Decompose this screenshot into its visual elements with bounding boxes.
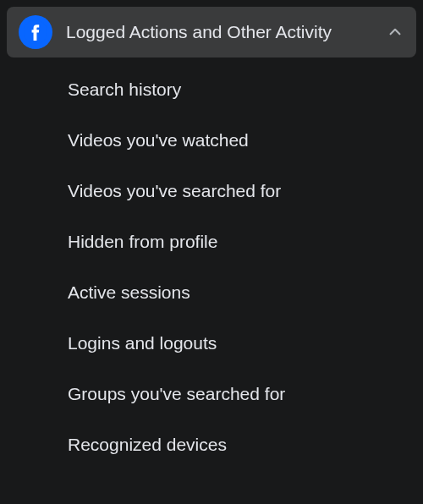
item-active-sessions[interactable]: Active sessions <box>7 267 416 318</box>
item-videos-searched[interactable]: Videos you've searched for <box>7 166 416 216</box>
item-groups-searched[interactable]: Groups you've searched for <box>7 369 416 419</box>
item-hidden-from-profile[interactable]: Hidden from profile <box>7 216 416 267</box>
chevron-up-icon <box>386 23 404 41</box>
item-videos-watched[interactable]: Videos you've watched <box>7 115 416 166</box>
facebook-icon <box>19 15 52 49</box>
item-recognized-devices[interactable]: Recognized devices <box>7 419 416 470</box>
item-logins-logouts[interactable]: Logins and logouts <box>7 318 416 369</box>
section-header[interactable]: Logged Actions and Other Activity <box>7 7 416 58</box>
section-title: Logged Actions and Other Activity <box>66 21 377 43</box>
section-items: Search history Videos you've watched Vid… <box>7 58 416 470</box>
item-search-history[interactable]: Search history <box>7 64 416 115</box>
